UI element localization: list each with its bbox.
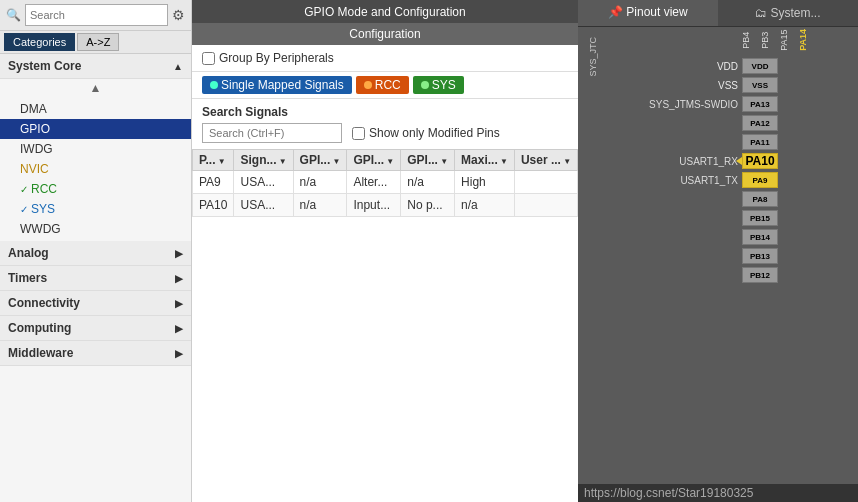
- chevron-right-icon-connectivity: ▶: [175, 298, 183, 309]
- cell-user-1[interactable]: [514, 194, 577, 217]
- cell-max-0: High: [455, 171, 515, 194]
- dot-sys: [421, 81, 429, 89]
- category-label-analog: Analog: [8, 246, 49, 260]
- pin-box-pa10: PA10: [742, 153, 778, 169]
- cell-pin-0: PA9: [193, 171, 234, 194]
- cell-gpio3-1: No p...: [401, 194, 455, 217]
- table-row: PA9 USA... n/a Alter... n/a High: [193, 171, 579, 194]
- category-header-middleware[interactable]: Middleware ▶: [0, 341, 191, 366]
- col-header-signal[interactable]: Sign...: [234, 150, 293, 171]
- col-header-pa15: PA15: [779, 29, 797, 51]
- chevron-right-icon-analog: ▶: [175, 248, 183, 259]
- pin-row-pa8: PA8: [578, 190, 858, 208]
- right-panel: 📌 Pinout view 🗂 System... PB4 PB3 PA15 P…: [578, 0, 858, 502]
- signals-table-wrap: P... Sign... GPI... GPI... GPI... Maxi..…: [192, 149, 578, 502]
- cell-user-0[interactable]: [514, 171, 577, 194]
- tab-categories[interactable]: Categories: [4, 33, 75, 51]
- pin-row-pa11: PA11: [578, 133, 858, 151]
- config-panel: Configuration: [192, 23, 578, 45]
- pin-row-vdd: VDD VDD: [578, 57, 858, 75]
- category-header-timers[interactable]: Timers ▶: [0, 266, 191, 291]
- table-row: PA10 USA... n/a Input... No p... n/a: [193, 194, 579, 217]
- sidebar-item-sys[interactable]: ✓ SYS: [0, 199, 191, 219]
- chevron-right-icon-timers: ▶: [175, 273, 183, 284]
- sidebar-item-nvic[interactable]: NVIC: [0, 159, 191, 179]
- show-modified-checkbox[interactable]: [352, 127, 365, 140]
- category-system-core: System Core ▲ ▲ DMA GPIO IWDG NVIC ✓: [0, 54, 191, 241]
- col-header-pin[interactable]: P...: [193, 150, 234, 171]
- sidebar-header: 🔍 ⚙: [0, 0, 191, 31]
- category-header-system-core[interactable]: System Core ▲: [0, 54, 191, 79]
- cell-pin-1: PA10: [193, 194, 234, 217]
- tab-az[interactable]: A->Z: [77, 33, 119, 51]
- category-label-connectivity: Connectivity: [8, 296, 80, 310]
- pin-box-pb13: PB13: [742, 248, 778, 264]
- sidebar-search-input[interactable]: [30, 9, 163, 21]
- cell-signal-0: USA...: [234, 171, 293, 194]
- signal-pa10: USART1_RX: [679, 156, 738, 167]
- pin-row-pa13: SYS_JTMS-SWDIO PA13: [578, 95, 858, 113]
- sys-jtc-label: SYS_JTC: [588, 37, 598, 80]
- search-signals-label: Search Signals: [202, 105, 568, 119]
- label-vss: VSS: [718, 80, 738, 91]
- search-row: Show only Modified Pins: [202, 123, 568, 143]
- cell-gpio1-1: n/a: [293, 194, 347, 217]
- category-header-analog[interactable]: Analog ▶: [0, 241, 191, 266]
- pin-row-pb15: PB15: [578, 209, 858, 227]
- category-header-computing[interactable]: Computing ▶: [0, 316, 191, 341]
- col-header-gpio3[interactable]: GPI...: [401, 150, 455, 171]
- signal-tab-rcc[interactable]: RCC: [356, 76, 409, 94]
- cell-gpio2-0: Alter...: [347, 171, 401, 194]
- group-by-peripherals-checkbox[interactable]: [202, 52, 215, 65]
- tab-system[interactable]: 🗂 System...: [718, 0, 858, 26]
- signal-tab-single-mapped[interactable]: Single Mapped Signals: [202, 76, 352, 94]
- sidebar-item-gpio[interactable]: GPIO: [0, 119, 191, 139]
- category-label-computing: Computing: [8, 321, 71, 335]
- sidebar-item-rcc[interactable]: ✓ RCC: [0, 179, 191, 199]
- pin-row-pa9: USART1_TX PA9: [578, 171, 858, 189]
- settings-icon[interactable]: ⚙: [172, 7, 185, 23]
- pin-box-pb15: PB15: [742, 210, 778, 226]
- system-icon: 🗂: [755, 6, 767, 20]
- sidebar: 🔍 ⚙ Categories A->Z System Core ▲ ▲ DMA …: [0, 0, 192, 502]
- pin-box-pa13: PA13: [742, 96, 778, 112]
- cell-gpio2-1: Input...: [347, 194, 401, 217]
- check-icon-rcc: ✓: [20, 184, 28, 195]
- col-header-max[interactable]: Maxi...: [455, 150, 515, 171]
- main-panel: GPIO Mode and Configuration Configuratio…: [192, 0, 578, 502]
- chevron-up-icon: ▲: [173, 61, 183, 72]
- sidebar-item-iwdg[interactable]: IWDG: [0, 139, 191, 159]
- scroll-up[interactable]: ▲: [0, 79, 191, 97]
- pin-box-vss: VSS: [742, 77, 778, 93]
- signal-pa13: SYS_JTMS-SWDIO: [649, 99, 738, 110]
- url-bar: https://blog.csnet/Star19180325: [578, 484, 858, 502]
- pins-list: VDD VDD VSS VSS SYS_JTMS-SWDIO PA13 PA12: [578, 57, 858, 284]
- search-signals-input[interactable]: [202, 123, 342, 143]
- pin-row-pb12: PB12: [578, 266, 858, 284]
- cell-signal-1: USA...: [234, 194, 293, 217]
- category-label-system-core: System Core: [8, 59, 81, 73]
- signal-pa9: USART1_TX: [680, 175, 738, 186]
- pin-row-pb13: PB13: [578, 247, 858, 265]
- pin-box-pa9: PA9: [742, 172, 778, 188]
- category-label-middleware: Middleware: [8, 346, 73, 360]
- pin-row-pb14: PB14: [578, 228, 858, 246]
- pin-row-pa12: PA12: [578, 114, 858, 132]
- sidebar-item-dma[interactable]: DMA: [0, 99, 191, 119]
- col-header-gpio2[interactable]: GPI...: [347, 150, 401, 171]
- cell-max-1: n/a: [455, 194, 515, 217]
- label-vdd: VDD: [717, 61, 738, 72]
- chip-column-headers: PB4 PB3 PA15 PA14: [741, 29, 816, 51]
- sidebar-search-box[interactable]: [25, 4, 168, 26]
- show-modified-label[interactable]: Show only Modified Pins: [352, 126, 500, 140]
- category-header-connectivity[interactable]: Connectivity ▶: [0, 291, 191, 316]
- col-header-gpio1[interactable]: GPI...: [293, 150, 347, 171]
- group-by-peripherals-label[interactable]: Group By Peripherals: [202, 51, 334, 65]
- search-signals-area: Search Signals Show only Modified Pins: [192, 99, 578, 149]
- system-core-items: DMA GPIO IWDG NVIC ✓ RCC ✓ SYS: [0, 97, 191, 241]
- tab-pinout-view[interactable]: 📌 Pinout view: [578, 0, 718, 26]
- sidebar-item-wwdg[interactable]: WWDG: [0, 219, 191, 239]
- chevron-right-icon-middleware: ▶: [175, 348, 183, 359]
- col-header-user[interactable]: User ...: [514, 150, 577, 171]
- signal-tab-sys[interactable]: SYS: [413, 76, 464, 94]
